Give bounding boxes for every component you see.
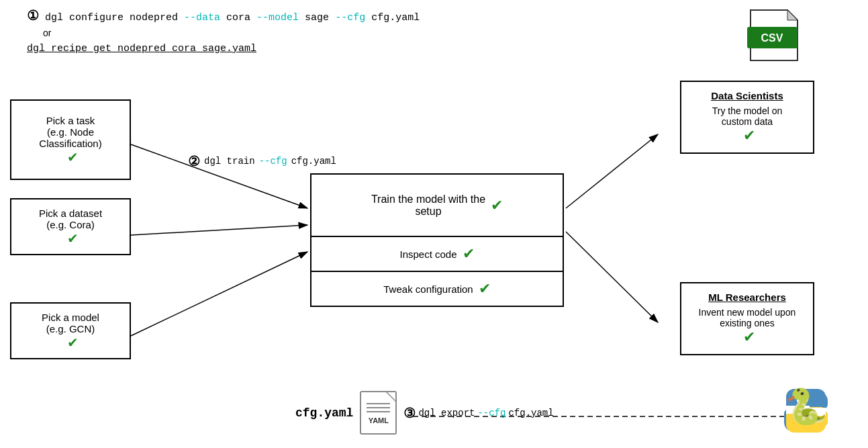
dataset-box: Pick a dataset(e.g. Cora) ✔ — [10, 198, 131, 255]
data-scientists-box: Data Scientists Try the model oncustom d… — [680, 81, 814, 154]
train-cfg-flag: --cfg — [259, 156, 287, 167]
or-text: or — [43, 28, 51, 38]
svg-line-5 — [566, 134, 658, 208]
export-cfgfile: cfg.yaml — [508, 408, 553, 418]
train-cfgfile: cfg.yaml — [291, 156, 336, 167]
inspect-code-box: Inspect code ✔ — [310, 237, 564, 272]
inspect-code-label: Inspect code — [399, 249, 456, 260]
step1-circle: ① — [27, 8, 39, 23]
step2-code-block: ② dgl train --cfg cfg.yaml — [188, 153, 336, 169]
task-checkmark: ✔ — [67, 149, 79, 165]
train-model-box: Train the model with thesetup ✔ — [310, 173, 564, 237]
cmd-dgl2: dgl recipe get nodepred_cora_sage.yaml — [27, 43, 256, 54]
train-model-label: Train the model with thesetup — [371, 193, 485, 218]
step3-code-block: ③ dgl export --cfg cfg.yaml — [403, 405, 553, 421]
step2-circle: ② — [188, 153, 200, 169]
ds-checkmark: ✔ — [743, 127, 755, 144]
svg-marker-9 — [787, 10, 798, 20]
tweak-checkmark: ✔ — [479, 280, 491, 298]
svg-text:CSV: CSV — [761, 32, 783, 44]
yaml-icon: YAML — [360, 391, 397, 435]
ml-researchers-text: Invent new model uponexisting ones — [688, 307, 806, 328]
train-checkmark: ✔ — [491, 197, 503, 214]
model-label: Pick a model(e.g. GCN) — [42, 312, 99, 334]
yaml-text: YAML — [369, 416, 389, 424]
export-cmd: dgl export — [418, 408, 475, 418]
ml-researchers-title: ML Researchers — [688, 292, 806, 303]
svg-line-6 — [566, 232, 658, 322]
data-scientists-text: Try the model oncustom data — [688, 105, 806, 127]
svg-line-3 — [131, 225, 307, 235]
dataset-checkmark: ✔ — [67, 230, 79, 247]
task-label: Pick a task(e.g. NodeClassification) — [39, 115, 101, 149]
tweak-config-box: Tweak configuration ✔ — [310, 272, 564, 307]
csv-icon: CSV — [744, 7, 804, 64]
tweak-config-label: Tweak configuration — [383, 283, 473, 295]
step1-code-block: ① dgl configure nodepred --data cora --m… — [27, 5, 420, 57]
inspect-checkmark: ✔ — [463, 245, 475, 263]
svg-line-4 — [131, 252, 307, 336]
step3-circle: ③ — [403, 405, 416, 421]
export-cfg-flag: --cfg — [477, 408, 505, 418]
model-box: Pick a model(e.g. GCN) ✔ — [10, 302, 131, 359]
ml-checkmark: ✔ — [743, 328, 755, 345]
dataset-label: Pick a dataset(e.g. Cora) — [39, 208, 102, 230]
python-icon: 🐍 — [781, 386, 831, 436]
data-scientists-title: Data Scientists — [688, 90, 806, 101]
ml-researchers-box: ML Researchers Invent new model uponexis… — [680, 282, 814, 355]
task-box: Pick a task(e.g. NodeClassification) ✔ — [10, 99, 131, 180]
cmd-dgl1: dgl configure nodepred — [45, 12, 184, 24]
model-checkmark: ✔ — [67, 334, 79, 351]
diagram: ① dgl configure nodepred --data cora --m… — [0, 0, 868, 448]
cfg-yaml-label: cfg.yaml — [295, 406, 353, 420]
bottom-export-area: cfg.yaml YAML ③ dgl export --cfg cfg.yam… — [295, 391, 554, 435]
train-dgl: dgl train — [204, 156, 255, 167]
